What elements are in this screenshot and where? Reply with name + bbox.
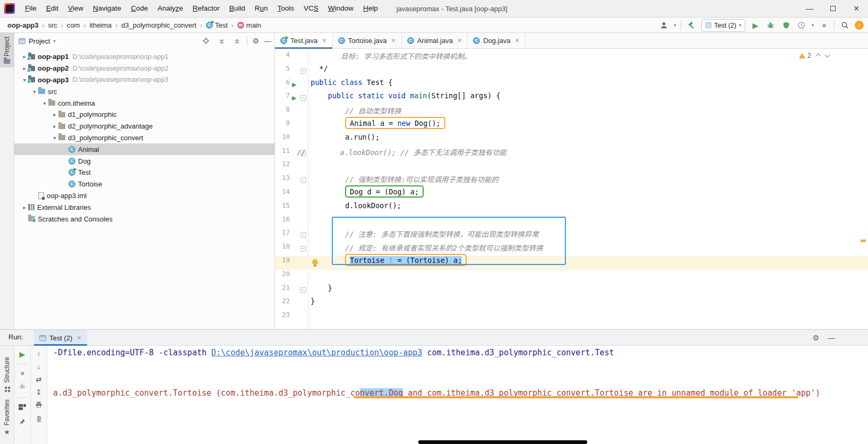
stop-button[interactable]: ■ — [819, 20, 829, 31]
stripe-tab-structure[interactable]: Structure — [0, 353, 14, 396]
breadcrumb-item-d3_polymorphic_convert[interactable]: d3_polymorphic_convert — [121, 21, 196, 29]
profiler-dropdown-icon[interactable]: ▾ — [812, 23, 814, 28]
breadcrumb-item-itheima[interactable]: itheima — [89, 21, 111, 29]
breadcrumb-item-oop-app3[interactable]: oop-app3 — [7, 21, 39, 29]
menu-item-navigate[interactable]: Navigate — [88, 0, 126, 17]
collapse-all-icon[interactable] — [231, 36, 242, 46]
chevron-down-icon[interactable]: ▾ — [53, 39, 55, 44]
stripe-tab-favorites[interactable]: Favorites ★ — [0, 396, 14, 440]
stop-process-button[interactable]: ■ — [20, 370, 24, 377]
profiler-button[interactable] — [796, 20, 807, 31]
editor-tab-test-java[interactable]: C▶Test.java✕ — [275, 33, 333, 48]
tree-item-oop-app1[interactable]: ▸oop-app1D:\code\javasepromax\oop-app1 — [14, 51, 274, 63]
next-problem-icon[interactable] — [824, 53, 830, 58]
breadcrumb-item-main[interactable]: mmain — [237, 21, 261, 29]
restore-layout-icon[interactable] — [19, 403, 26, 413]
menu-item-view[interactable]: View — [63, 0, 88, 17]
pin-tab-icon[interactable] — [19, 418, 26, 428]
close-icon[interactable]: ✕ — [391, 37, 396, 44]
clear-all-trash-icon[interactable] — [36, 415, 42, 425]
scroll-to-end-icon[interactable]: ↧ — [36, 388, 42, 396]
run-line-icon[interactable]: ▶ — [292, 91, 296, 105]
menu-item-vcs[interactable]: VCS — [299, 0, 323, 17]
user-icon[interactable] — [658, 20, 669, 31]
debug-button[interactable] — [766, 20, 776, 31]
tree-item-d2-polymorphic-advantage[interactable]: ▸d2_polymorphic_advantage — [14, 121, 274, 132]
run-with-coverage-button[interactable] — [781, 20, 792, 31]
menu-item-code[interactable]: Code — [126, 0, 152, 17]
fold-icon[interactable]: − — [300, 95, 306, 101]
code-text: public class Test { — [311, 78, 392, 87]
stripe-tab-project[interactable]: Project — [0, 33, 14, 67]
fold-icon[interactable]: − — [300, 232, 306, 238]
user-dropdown-icon[interactable]: ▾ — [674, 23, 676, 28]
maximize-button[interactable] — [821, 0, 845, 18]
run-tab[interactable]: Test (2) ✕ — [34, 330, 87, 346]
tree-item-label: oop-app3.iml — [47, 192, 87, 200]
close-button[interactable]: ✕ — [845, 0, 868, 18]
inspections-widget: 2 — [799, 52, 829, 59]
fold-icon[interactable]: − — [300, 68, 306, 74]
tree-item-test[interactable]: C▶Test — [14, 167, 274, 178]
tree-item-d3-polymorphic-convert[interactable]: ▾d3_polymorphic_convert — [14, 132, 274, 144]
run-configuration-select[interactable]: Test (2) ▾ — [701, 19, 745, 32]
tree-item-d1-polymorphic[interactable]: ▸d1_polymorphic — [14, 109, 274, 121]
menu-item-refactor[interactable]: Refactor — [188, 0, 225, 17]
settings-gear-icon[interactable]: ⚙ — [252, 37, 259, 45]
down-stack-trace-icon[interactable]: ↓ — [37, 363, 41, 371]
tree-item-com-itheima[interactable]: ▾com.itheima — [14, 97, 274, 109]
hide-run-panel-icon[interactable]: — — [828, 334, 835, 342]
breadcrumb-item-com[interactable]: com — [67, 21, 80, 29]
menu-item-edit[interactable]: Edit — [41, 0, 63, 17]
minimize-button[interactable]: — — [798, 0, 821, 18]
search-everywhere-icon[interactable] — [839, 20, 850, 31]
close-icon[interactable]: ✕ — [322, 37, 326, 44]
print-icon[interactable] — [35, 401, 42, 411]
run-toolbar-console: ↑ ↓ ⇄ ↧ — [31, 346, 47, 444]
tree-item-oop-app3-iml[interactable]: oop-app3.iml — [14, 190, 274, 202]
fold-icon[interactable]: − — [300, 177, 306, 183]
libraries-icon — [28, 204, 35, 210]
menu-item-build[interactable]: Build — [225, 0, 250, 17]
up-stack-trace-icon[interactable]: ↑ — [37, 350, 41, 358]
tree-item-external-libraries[interactable]: ▸External Libraries — [14, 201, 274, 213]
menu-item-window[interactable]: Window — [323, 0, 358, 17]
close-icon[interactable]: ✕ — [457, 37, 462, 44]
tree-item-oop-app3[interactable]: ▾oop-app3D:\code\javasepromax\oop-app3 — [14, 74, 274, 86]
editor-area[interactable]: C▶Test.java✕CTortoise.java✕CAnimal.java✕… — [275, 33, 868, 329]
tree-item-dog[interactable]: CDog — [14, 155, 274, 167]
tree-item-oop-app2[interactable]: ▸oop-app2D:\code\javasepromax\oop-app2 — [14, 63, 274, 74]
code-editor[interactable]: 4 目标: 学习多态形式下的类中转换机制。5− */6▶public class… — [275, 49, 868, 329]
expand-all-icon[interactable] — [216, 36, 227, 46]
run-line-icon[interactable]: ▶ — [292, 78, 296, 92]
run-console-output[interactable]: -Dfile.encoding=UTF-8 -classpath D:\code… — [47, 346, 868, 444]
tree-item-animal[interactable]: CAnimal — [14, 143, 274, 155]
locate-file-icon[interactable] — [201, 36, 211, 46]
editor-tab-dog-java[interactable]: CDog.java✕ — [468, 33, 526, 48]
tree-item-tortoise[interactable]: CTortoise — [14, 178, 274, 190]
breadcrumb-item-test[interactable]: C▶Test — [206, 21, 228, 29]
run-settings-gear-icon[interactable]: ⚙ — [812, 334, 819, 342]
classpath-link[interactable]: D:\code\javasepromax\out\production\oop-… — [211, 348, 422, 357]
tree-item-src[interactable]: ▾src — [14, 86, 274, 97]
rerun-button[interactable]: ▶ — [20, 350, 25, 358]
breadcrumb-item-src[interactable]: src — [48, 21, 57, 29]
run-button[interactable]: ▶ — [750, 20, 761, 31]
hide-panel-icon[interactable]: — — [264, 37, 271, 45]
fold-icon[interactable]: − — [300, 246, 306, 252]
build-hammer-icon[interactable] — [686, 20, 697, 31]
previous-problem-icon[interactable] — [815, 53, 821, 58]
menu-item-run[interactable]: Run — [250, 0, 273, 17]
update-available-icon[interactable]: ↑ — [855, 21, 864, 30]
menu-item-help[interactable]: Help — [358, 0, 383, 17]
soft-wrap-icon[interactable]: ⇄ — [36, 375, 42, 383]
fold-icon[interactable]: − — [300, 287, 306, 293]
menu-item-tools[interactable]: Tools — [273, 0, 299, 17]
close-icon[interactable]: ✕ — [76, 335, 81, 341]
editor-tab-tortoise-java[interactable]: CTortoise.java✕ — [333, 33, 402, 48]
menu-item-file[interactable]: File — [20, 0, 41, 17]
menu-item-analyze[interactable]: Analyze — [153, 0, 188, 17]
editor-tab-animal-java[interactable]: CAnimal.java✕ — [402, 33, 468, 48]
close-icon[interactable]: ✕ — [514, 37, 519, 44]
tree-item-scratches-and-consoles[interactable]: Scratches and Consoles — [14, 213, 274, 225]
